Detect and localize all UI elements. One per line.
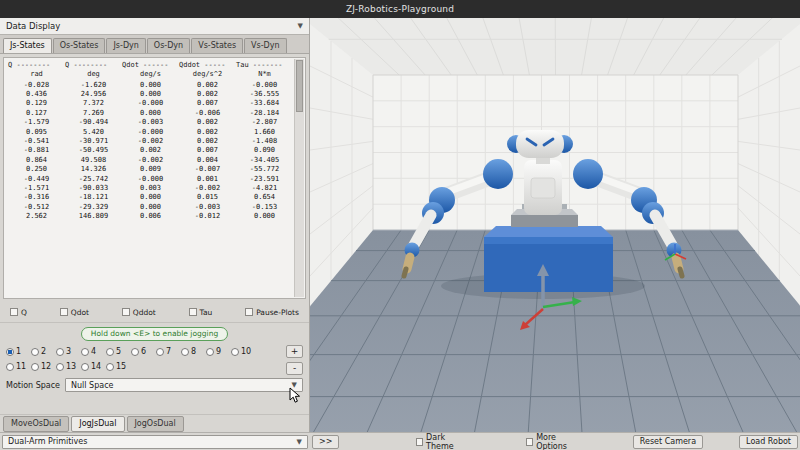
checkbox-qddot[interactable]: Qddot <box>122 308 156 317</box>
table-cell: -0.012 <box>179 212 236 221</box>
jog-joint-radio[interactable]: 13 <box>56 362 81 371</box>
jog-joint-radio[interactable]: 15 <box>106 362 131 371</box>
checkbox-tau[interactable]: Tau <box>189 308 213 317</box>
table-cell: -0.000 <box>122 175 179 184</box>
table-cell: -0.006 <box>179 109 236 118</box>
table-cell: 0.002 <box>179 118 236 127</box>
table-row: 0.864 49.508 -0.002 0.004 -34.405 <box>8 156 293 165</box>
table-cell: 146.809 <box>65 212 122 221</box>
table-cell: 0.000 <box>236 212 293 221</box>
jog-joint-radio[interactable]: 7 <box>156 347 181 356</box>
jog-joint-radio[interactable]: 10 <box>231 347 256 356</box>
window-titlebar[interactable]: ZJ-Robotics-Playground <box>0 0 800 18</box>
radio-icon <box>106 348 114 356</box>
load-robot-button[interactable]: Load Robot <box>739 435 798 449</box>
table-cell: -4.821 <box>236 184 293 193</box>
table-cell: 0.002 <box>179 90 236 99</box>
chevron-down-icon: ▼ <box>297 438 302 446</box>
jog-joint-radio[interactable]: 8 <box>181 347 206 356</box>
tab-move-os-dual[interactable]: MoveOsDual <box>3 416 69 432</box>
jog-joint-radio[interactable]: 4 <box>81 347 106 356</box>
tab-os-dyn[interactable]: Os-Dyn <box>147 38 190 53</box>
window-title: ZJ-Robotics-Playground <box>346 4 454 14</box>
table-cell: 49.508 <box>65 156 122 165</box>
table-row: 0.436 24.956 0.000 0.002 -36.555 <box>8 90 293 99</box>
blue-pedestal-box <box>484 226 613 292</box>
table-cell: 0.095 <box>8 128 65 137</box>
table-cell: 14.326 <box>65 165 122 174</box>
jog-joint-radio[interactable]: 9 <box>206 347 231 356</box>
tab-jog-os-dual[interactable]: JogOsDual <box>127 416 184 432</box>
chevron-down-icon: ▼ <box>292 381 297 389</box>
data-display-dropdown[interactable]: Data Display ▼ <box>0 18 309 35</box>
tab-vs-states[interactable]: Vs-States <box>191 38 243 53</box>
table-cell: -25.742 <box>65 175 122 184</box>
expand-panel-button[interactable]: >> <box>312 435 339 449</box>
radio-icon <box>231 348 239 356</box>
app-window: ZJ-Robotics-Playground Data Display ▼ Js… <box>0 0 800 450</box>
jog-joint-radio[interactable]: 1 <box>6 347 31 356</box>
table-cell: 0.002 <box>179 128 236 137</box>
tab-jog-js-dual[interactable]: JogJsDual <box>71 416 124 432</box>
checkbox-pause-plots[interactable]: Pause-Plots <box>245 308 299 317</box>
table-cell: -30.971 <box>65 137 122 146</box>
jog-joint-radio[interactable]: 2 <box>31 347 56 356</box>
reset-camera-button[interactable]: Reset Camera <box>633 435 703 449</box>
jog-decrement-button[interactable]: - <box>286 362 303 375</box>
3d-viewport[interactable] <box>310 18 800 432</box>
table-cell: -50.495 <box>65 146 122 155</box>
scrollbar-thumb[interactable] <box>296 60 303 112</box>
checkbox-q[interactable]: Q <box>10 308 27 317</box>
jog-joint-radio[interactable]: 5 <box>106 347 131 356</box>
tab-vs-dyn[interactable]: Vs-Dyn <box>244 38 287 53</box>
checkbox-icon <box>416 438 423 446</box>
checkbox-qdot[interactable]: Qdot <box>60 308 89 317</box>
primitives-select[interactable]: Dual-Arm Primitives ▼ <box>2 435 308 449</box>
state-tab-bar: Js-States Os-States Js-Dyn Os-Dyn Vs-Sta… <box>0 35 309 54</box>
col-header: Q -------- <box>8 60 65 70</box>
tab-js-dyn[interactable]: Js-Dyn <box>106 38 145 53</box>
table-row: -1.571 -90.033 0.003 -0.002 -4.821 <box>8 184 293 193</box>
motion-space-select[interactable]: Null Space ▼ <box>65 378 303 392</box>
jog-joint-radio[interactable]: 14 <box>81 362 106 371</box>
table-cell: 0.129 <box>8 99 65 108</box>
table-cell: -33.684 <box>236 99 293 108</box>
jog-joint-radio[interactable]: 11 <box>6 362 31 371</box>
jog-joint-radio[interactable]: 3 <box>56 347 81 356</box>
table-row: 0.129 7.372 -0.000 0.007 -33.684 <box>8 99 293 108</box>
table-cell: 7.372 <box>65 99 122 108</box>
jog-joint-radio[interactable]: 6 <box>131 347 156 356</box>
checkbox-icon <box>10 308 18 316</box>
table-row: -0.449 -25.742 -0.000 0.001 -23.591 <box>8 175 293 184</box>
radio-icon <box>81 363 89 371</box>
table-cell: 0.002 <box>179 81 236 90</box>
table-cell: -1.620 <box>65 81 122 90</box>
table-cell: 0.000 <box>122 90 179 99</box>
table-row: -0.881 -50.495 0.002 0.007 0.090 <box>8 146 293 155</box>
mode-tab-bar: MoveOsDual JogJsDual JogOsDual <box>0 414 309 432</box>
table-cell: 0.007 <box>179 146 236 155</box>
table-cell: -34.405 <box>236 156 293 165</box>
main-area: Data Display ▼ Js-States Os-States Js-Dy… <box>0 18 800 432</box>
tab-os-states[interactable]: Os-States <box>53 38 106 53</box>
tab-js-states[interactable]: Js-States <box>3 38 52 53</box>
jog-hint-pill: Hold down <E> to enable jogging <box>81 327 228 341</box>
jogging-panel: Hold down <E> to enable jogging 1 2 <box>0 323 309 414</box>
motion-space-row: Motion Space Null Space ▼ <box>6 378 303 392</box>
more-options-checkbox[interactable]: More Options <box>526 433 577 450</box>
col-header: Tau ------- <box>236 60 293 70</box>
radio-icon <box>156 348 164 356</box>
table-cell: -55.772 <box>236 165 293 174</box>
checkbox-icon <box>189 308 197 316</box>
table-cell: 0.000 <box>122 109 179 118</box>
table-units-row: rad deg deg/s deg/s^2 N*m <box>8 70 293 79</box>
jog-increment-button[interactable]: + <box>286 345 303 358</box>
robot-chest-panel <box>531 178 555 198</box>
table-scrollbar[interactable] <box>294 59 304 297</box>
table-cell: 1.660 <box>236 128 293 137</box>
table-cell: -0.000 <box>122 128 179 137</box>
radio-icon <box>206 348 214 356</box>
jog-joint-radio[interactable]: 12 <box>31 362 56 371</box>
table-cell: -90.033 <box>65 184 122 193</box>
dark-theme-checkbox[interactable]: Dark Theme <box>416 433 464 450</box>
